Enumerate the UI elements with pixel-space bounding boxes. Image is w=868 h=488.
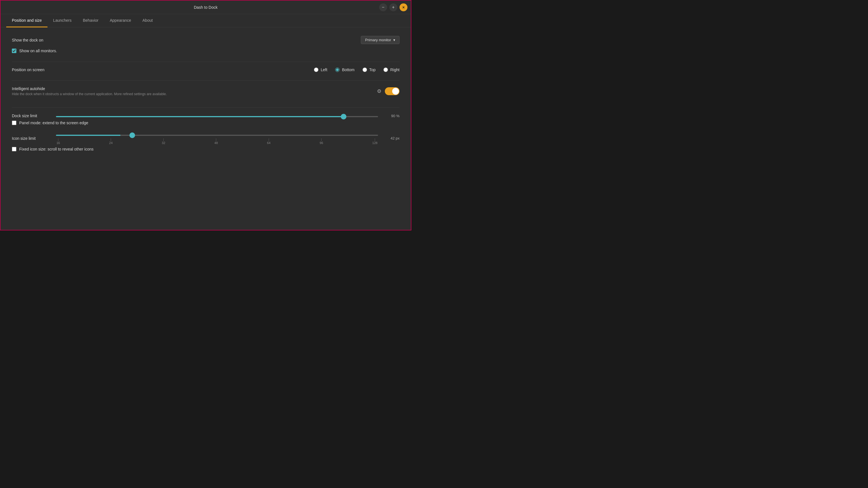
tick-128: 128 [372, 138, 377, 144]
dock-size-slider-wrapper [56, 113, 378, 118]
close-button[interactable]: × [400, 3, 407, 11]
icon-size-slider[interactable] [56, 135, 378, 136]
window-title: Dash to Dock [194, 5, 218, 10]
main-window: Dash to Dock − + × Position and size Lau… [0, 0, 411, 230]
icon-size-value: 42 px [382, 136, 400, 140]
main-content: Show the dock on Primary monitor ▾ Show … [1, 27, 411, 230]
panel-mode-row: Panel mode: extend to the screen edge [12, 121, 400, 125]
dropdown-arrow-icon: ▾ [393, 38, 395, 42]
position-radio-group: Left Bottom Top Right [314, 67, 400, 72]
radio-top-label[interactable]: Top [369, 67, 376, 72]
tick-16: 16 [57, 138, 60, 144]
tab-launchers[interactable]: Launchers [48, 14, 77, 27]
window-controls: − + × [379, 3, 407, 11]
autohide-controls: ⚙ [377, 87, 400, 95]
icon-size-slider-wrapper: 16 24 32 48 64 96 128 [56, 132, 378, 144]
radio-right: Right [383, 67, 400, 72]
radio-right-label[interactable]: Right [390, 67, 400, 72]
tick-64: 64 [267, 138, 270, 144]
dock-size-label: Dock size limit [12, 113, 52, 118]
titlebar: Dash to Dock − + × [1, 1, 411, 14]
icon-size-row: Icon size limit 16 24 32 48 64 96 128 42… [12, 132, 400, 144]
autohide-toggle[interactable] [385, 87, 400, 95]
tick-32: 32 [162, 138, 165, 144]
autohide-text: Intelligent autohide Hide the dock when … [12, 87, 167, 96]
icon-size-section: Icon size limit 16 24 32 48 64 96 128 42… [12, 132, 400, 151]
radio-bottom-input[interactable] [335, 67, 340, 72]
tick-24: 24 [109, 138, 113, 144]
tab-bar: Position and size Launchers Behavior App… [1, 14, 411, 27]
radio-left-input[interactable] [314, 67, 318, 72]
radio-left: Left [314, 67, 327, 72]
autohide-description: Hide the dock when it obstructs a window… [12, 92, 167, 96]
primary-monitor-label: Primary monitor [365, 38, 391, 42]
divider-1 [12, 62, 400, 62]
tab-behavior[interactable]: Behavior [77, 14, 104, 27]
position-row: Position on screen Left Bottom Top [12, 67, 400, 72]
radio-top: Top [363, 67, 376, 72]
tick-48: 48 [214, 138, 218, 144]
radio-top-input[interactable] [363, 67, 367, 72]
show-all-monitors-row: Show on all monitors. [12, 48, 400, 53]
dock-size-section: Dock size limit 90 % Panel mode: extend … [12, 113, 400, 125]
tick-96: 96 [319, 138, 323, 144]
tab-position-and-size[interactable]: Position and size [6, 14, 48, 27]
autohide-section: Intelligent autohide Hide the dock when … [12, 87, 400, 99]
fixed-icon-row: Fixed icon size: scroll to reveal other … [12, 147, 400, 151]
radio-right-input[interactable] [383, 67, 388, 72]
panel-mode-checkbox[interactable] [12, 121, 17, 125]
divider-2 [12, 80, 400, 81]
primary-monitor-dropdown[interactable]: Primary monitor ▾ [361, 36, 400, 44]
fixed-icon-checkbox[interactable] [12, 147, 17, 151]
maximize-button[interactable]: + [390, 3, 397, 11]
dock-size-slider[interactable] [56, 116, 378, 117]
fixed-icon-label[interactable]: Fixed icon size: scroll to reveal other … [19, 147, 94, 151]
icon-size-label: Icon size limit [12, 136, 52, 141]
panel-mode-label[interactable]: Panel mode: extend to the screen edge [19, 121, 88, 125]
radio-bottom-label[interactable]: Bottom [342, 67, 354, 72]
radio-left-label[interactable]: Left [321, 67, 327, 72]
radio-bottom: Bottom [335, 67, 354, 72]
autohide-title: Intelligent autohide [12, 87, 167, 91]
position-label: Position on screen [12, 67, 44, 72]
show-all-monitors-label[interactable]: Show on all monitors. [19, 48, 57, 53]
show-dock-label: Show the dock on [12, 38, 43, 42]
position-section: Position on screen Left Bottom Top [12, 67, 400, 72]
show-dock-section: Show the dock on Primary monitor ▾ Show … [12, 36, 400, 53]
show-all-monitors-checkbox[interactable] [12, 48, 17, 53]
autohide-settings-button[interactable]: ⚙ [377, 88, 381, 94]
icon-size-ticks: 16 24 32 48 64 96 128 [56, 138, 378, 144]
dock-size-row: Dock size limit 90 % [12, 113, 400, 118]
minimize-button[interactable]: − [379, 3, 387, 11]
tab-appearance[interactable]: Appearance [104, 14, 137, 27]
dock-size-value: 90 % [382, 114, 400, 118]
tab-about[interactable]: About [137, 14, 158, 27]
show-dock-row: Show the dock on Primary monitor ▾ [12, 36, 400, 44]
